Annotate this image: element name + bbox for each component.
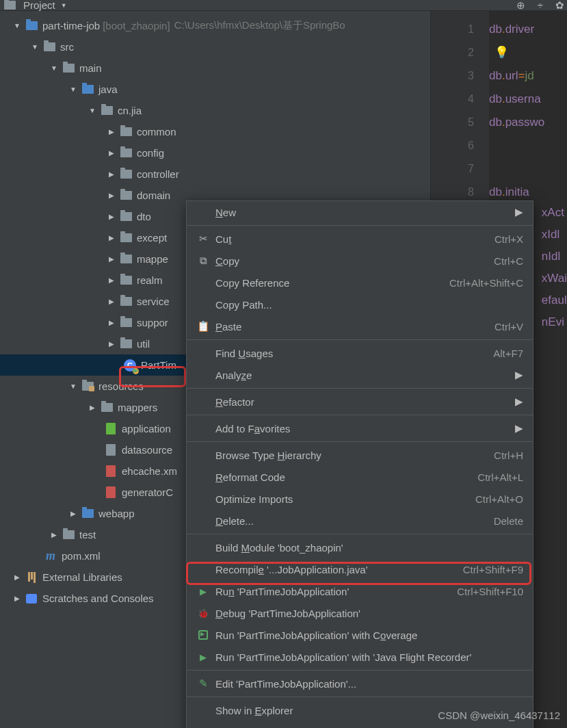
chevron-right-icon[interactable] bbox=[88, 404, 97, 411]
chevron-down-icon[interactable] bbox=[49, 64, 59, 72]
tree-controller[interactable]: controller bbox=[0, 164, 430, 185]
chevron-down-icon[interactable] bbox=[68, 86, 78, 93]
menu-debug[interactable]: Debug 'PartTimeJobApplication' bbox=[187, 602, 533, 624]
menu-favorites[interactable]: Add to Favorites▶ bbox=[187, 417, 533, 439]
settings-icon[interactable]: ✿ bbox=[555, 0, 564, 12]
menu-run[interactable]: Run 'PartTimeJobApplication'Ctrl+Shift+F… bbox=[187, 580, 533, 602]
menu-cut[interactable]: ✂CutCtrl+X bbox=[187, 228, 533, 250]
package-icon bbox=[119, 337, 133, 351]
folder-icon bbox=[62, 62, 75, 75]
package-icon bbox=[119, 274, 133, 287]
menu-recompile[interactable]: Recompile '...JobApplication.java'Ctrl+S… bbox=[187, 558, 533, 580]
cut-icon: ✂ bbox=[196, 233, 210, 245]
maven-icon: m bbox=[44, 549, 57, 563]
xml-file-icon bbox=[104, 465, 118, 478]
toolbar: Project ▼ ⊕ ÷ ✿ bbox=[0, 0, 567, 11]
menu-refactor[interactable]: Refactor▶ bbox=[187, 391, 533, 413]
context-menu: New▶ ✂CutCtrl+X ⧉CopyCtrl+C Copy Referen… bbox=[186, 200, 533, 728]
tree-src[interactable]: src bbox=[0, 36, 430, 57]
package-icon bbox=[119, 295, 133, 309]
scratches-icon bbox=[25, 592, 38, 606]
chevron-down-icon[interactable] bbox=[30, 43, 40, 51]
menu-edit-config[interactable]: ✎Edit 'PartTimeJobApplication'... bbox=[187, 673, 533, 694]
tree-common[interactable]: common bbox=[0, 121, 430, 142]
package-icon bbox=[119, 231, 133, 245]
package-icon bbox=[119, 316, 133, 330]
menu-paste[interactable]: 📋PasteCtrl+V bbox=[187, 315, 533, 337]
package-icon bbox=[119, 125, 133, 139]
menu-delete[interactable]: Delete...Delete bbox=[187, 510, 533, 532]
coverage-icon bbox=[196, 630, 210, 640]
tree-main[interactable]: main bbox=[0, 57, 430, 79]
copy-icon: ⧉ bbox=[196, 255, 210, 267]
package-icon bbox=[119, 168, 133, 181]
package-icon bbox=[100, 104, 114, 118]
chevron-right-icon[interactable] bbox=[107, 319, 116, 326]
chevron-right-icon[interactable] bbox=[107, 276, 116, 284]
menu-run-flight[interactable]: Run 'PartTimeJobApplication' with 'Java … bbox=[187, 646, 533, 668]
menu-build-module[interactable]: Build Module 'boot_zhaopin' bbox=[187, 536, 533, 558]
chevron-down-icon[interactable] bbox=[12, 22, 22, 29]
spring-run-class-icon: C bbox=[123, 359, 137, 372]
folder-icon bbox=[42, 40, 56, 54]
watermark: CSDN @weixin_46437112 bbox=[438, 710, 560, 721]
chevron-right-icon[interactable] bbox=[12, 573, 22, 581]
resources-folder-icon bbox=[81, 380, 94, 393]
run-icon bbox=[196, 586, 210, 597]
toolbar-project-label: Project bbox=[23, 0, 55, 11]
chevron-right-icon[interactable] bbox=[107, 192, 116, 199]
folder-icon bbox=[62, 528, 75, 542]
code-overlap: xActxIdlnIdl xWaiefaulnEvi bbox=[542, 202, 567, 333]
chevron-down-icon[interactable]: ▼ bbox=[61, 2, 67, 9]
expand-icon[interactable]: ÷ bbox=[538, 0, 543, 11]
chevron-right-icon[interactable] bbox=[107, 213, 116, 220]
menu-analyze[interactable]: Analyze▶ bbox=[187, 364, 533, 386]
source-folder-icon bbox=[81, 83, 94, 96]
tree-package[interactable]: cn.jia bbox=[0, 100, 430, 121]
menu-copy-path[interactable]: Copy Path... bbox=[187, 294, 533, 315]
menu-copy-reference[interactable]: Copy ReferenceCtrl+Alt+Shift+C bbox=[187, 272, 533, 294]
chevron-right-icon[interactable] bbox=[107, 234, 116, 242]
package-icon bbox=[119, 189, 133, 203]
chevron-right-icon[interactable] bbox=[107, 149, 116, 157]
properties-file-icon bbox=[104, 443, 118, 457]
xml-file-icon bbox=[104, 486, 118, 499]
tree-config[interactable]: config bbox=[0, 142, 430, 164]
run-icon bbox=[196, 652, 210, 662]
paste-icon: 📋 bbox=[196, 320, 210, 333]
menu-copy[interactable]: ⧉CopyCtrl+C bbox=[187, 250, 533, 272]
intention-bulb-icon[interactable]: 💡 bbox=[489, 46, 509, 59]
folder-icon bbox=[100, 401, 114, 415]
project-icon bbox=[3, 0, 16, 12]
libraries-icon bbox=[25, 571, 38, 584]
package-icon bbox=[119, 210, 133, 224]
menu-new[interactable]: New▶ bbox=[187, 201, 533, 223]
chevron-right-icon[interactable] bbox=[12, 595, 22, 602]
collapse-icon[interactable]: ⊕ bbox=[516, 0, 525, 12]
spring-config-icon bbox=[104, 422, 118, 436]
web-folder-icon bbox=[81, 507, 94, 521]
chevron-right-icon[interactable] bbox=[107, 298, 116, 305]
chevron-down-icon[interactable] bbox=[68, 382, 78, 390]
debug-icon bbox=[196, 608, 210, 619]
menu-reformat[interactable]: Reformat CodeCtrl+Alt+L bbox=[187, 466, 533, 488]
menu-browse-hierarchy[interactable]: Browse Type HierarchyCtrl+H bbox=[187, 444, 533, 466]
menu-find-usages[interactable]: Find UsagesAlt+F7 bbox=[187, 342, 533, 364]
chevron-right-icon[interactable] bbox=[107, 170, 116, 178]
chevron-right-icon[interactable] bbox=[68, 510, 78, 517]
tree-root[interactable]: part-time-job [boot_zhaopin] C:\Users\hf… bbox=[0, 15, 430, 36]
chevron-right-icon[interactable] bbox=[107, 128, 116, 135]
menu-run-coverage[interactable]: Run 'PartTimeJobApplication' with Covera… bbox=[187, 624, 533, 646]
chevron-right-icon[interactable] bbox=[107, 255, 116, 263]
menu-optimize-imports[interactable]: Optimize ImportsCtrl+Alt+O bbox=[187, 488, 533, 510]
menu-file-path[interactable]: File PathCtrl+Alt+F12 bbox=[187, 721, 533, 728]
package-icon bbox=[119, 252, 133, 266]
chevron-right-icon[interactable] bbox=[49, 531, 59, 538]
package-icon bbox=[119, 146, 133, 160]
chevron-down-icon[interactable] bbox=[88, 107, 97, 114]
module-icon bbox=[25, 19, 38, 33]
tree-java[interactable]: java bbox=[0, 79, 430, 100]
chevron-right-icon[interactable] bbox=[107, 340, 116, 348]
edit-config-icon: ✎ bbox=[196, 677, 210, 690]
